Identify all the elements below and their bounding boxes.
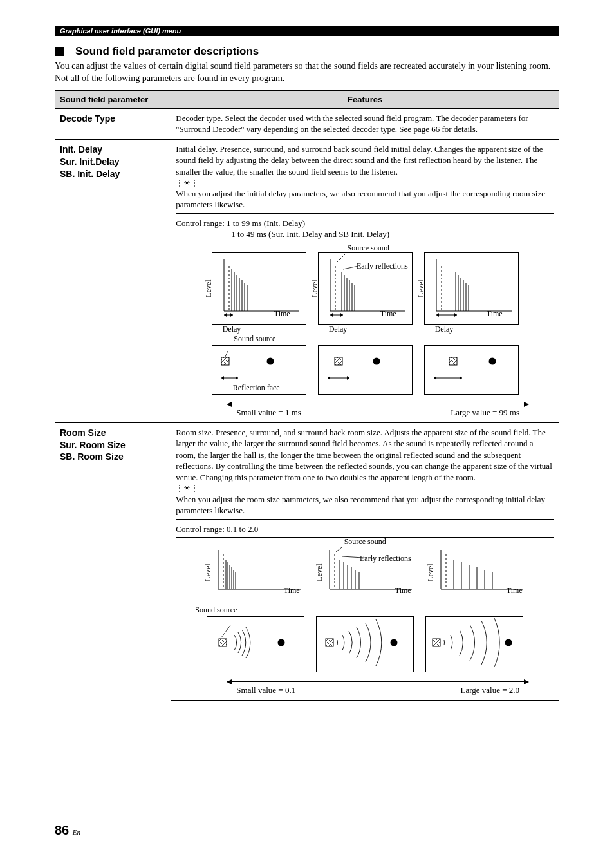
svg-rect-40 [221,357,229,365]
svg-point-93 [505,639,512,646]
source-sound-label: Source sound [348,243,389,253]
time-label: Time [395,585,411,596]
svg-marker-51 [347,376,349,380]
early-reflections-label: Early reflections [357,262,408,270]
room-size-name2: Sur. Room Size [60,439,165,451]
svg-point-54 [488,358,496,365]
init-delay-p1: Initial delay. Presence, surround, and s… [176,144,554,178]
page-number-value: 86 [55,823,69,837]
level-label: Level [203,279,214,297]
init-delay-graph-1: Level [212,252,306,325]
init-delay-name3: SB. Init. Delay [60,168,165,180]
delay-label: Delay [329,324,348,334]
svg-point-91 [391,639,398,646]
time-label: Time [507,585,523,596]
svg-point-88 [278,639,285,646]
time-label: Time [284,585,300,596]
reflection-face-label: Reflection face [233,382,280,393]
init-delay-p2: When you adjust the initial delay parame… [176,188,554,211]
hint-icon: ⋮☀⋮ [176,178,554,188]
svg-rect-92 [433,639,440,646]
room-size-p1: Room size. Presence, surround, and surro… [176,427,554,484]
svg-marker-26 [340,313,343,317]
level-label: Level [416,279,426,297]
svg-rect-47 [335,357,342,365]
svg-rect-53 [449,357,457,365]
intro-text: You can adjust the values of certain dig… [55,61,559,85]
svg-point-48 [373,358,380,365]
room-size-p2: When you adjust the room size parameters… [176,494,554,516]
row-roomsize-name: Room Size Sur. Room Size SB. Room Size [55,422,171,700]
parameter-table: Sound field parameter Features Decode Ty… [55,90,559,701]
small-value-label: Small value = 1 ms [236,407,301,419]
svg-marker-57 [460,376,462,380]
init-delay-icon-1: Reflection face [212,345,306,395]
svg-marker-37 [436,313,439,317]
init-delay-name2: Sur. Init.Delay [60,156,165,168]
init-delay-range2: 1 to 49 ms (Sur. Init. Delay and SB Init… [231,229,554,240]
init-delay-icons: Reflection face [176,345,554,395]
row-decode-name: Decode Type [55,108,171,139]
row-decode-feat: Decoder type. Select the decoder used wi… [171,108,559,139]
init-delay-graph-2: Level Source sound Early reflections [318,252,413,325]
room-size-graphs: Level Time Source sound [176,547,554,598]
row-initdelay-name: Init. Delay Sur. Init.Delay SB. Init. De… [55,139,171,422]
init-delay-name1: Init. Delay [60,144,165,156]
room-size-name3: SB. Room Size [60,451,165,463]
room-size-graph-2: Source sound Early reflections Level [315,547,415,598]
source-sound-label: Source sound [344,536,386,547]
room-size-icons [176,616,554,672]
init-delay-icon-3 [424,345,519,395]
room-size-range-arrow [221,681,535,682]
level-label: Level [425,564,436,581]
init-delay-graph-3: Level Time [424,252,519,325]
svg-marker-11 [224,313,227,317]
init-delay-icon-2 [318,345,413,395]
svg-marker-38 [454,313,457,317]
table-header-param: Sound field parameter [55,90,171,108]
room-size-graph-3: Level Time [427,547,526,598]
init-delay-range1: Control range: 1 to 99 ms (Init. Delay) [176,218,554,229]
svg-rect-90 [326,639,333,646]
sound-source-label: Sound source [234,334,554,344]
delay-label: Delay [223,324,241,334]
table-header-features: Features [171,90,559,108]
small-value-label: Small value = 0.1 [236,684,295,696]
header-bar: Graphical user interface (GUI) menu [55,26,559,36]
room-size-icon-3 [425,616,523,672]
level-label: Level [310,279,320,297]
svg-line-45 [225,351,228,357]
init-delay-range-arrow [221,404,535,404]
large-value-label: Large value = 2.0 [460,684,519,696]
room-size-icon-2 [316,616,414,672]
svg-marker-50 [328,376,330,380]
svg-line-16 [337,254,346,263]
svg-marker-25 [330,313,333,317]
room-size-name1: Room Size [60,427,165,439]
svg-marker-44 [236,376,238,380]
room-size-range: Control range: 0.1 to 2.0 [176,524,554,535]
level-label: Level [203,564,213,581]
level-label: Level [314,564,324,581]
svg-marker-56 [434,376,436,380]
section-title-text: Sound field parameter descriptions [75,45,259,58]
svg-marker-12 [230,313,233,317]
time-label: Time [274,308,290,319]
svg-marker-43 [221,376,224,380]
time-label: Time [487,308,503,319]
page-lang: En [73,828,80,836]
row-roomsize-feat: Room size. Presence, surround, and surro… [171,422,559,700]
svg-point-41 [266,358,274,365]
row-initdelay-feat: Initial delay. Presence, surround, and s… [171,139,559,422]
init-delay-graphs: Level [176,252,554,325]
svg-rect-87 [219,639,227,646]
early-reflections-label: Early reflections [360,554,411,563]
sound-source-label: Sound source [195,605,554,615]
section-title: Sound field parameter descriptions [55,45,559,58]
square-bullet-icon [55,47,64,56]
room-size-graph-1: Level Time [204,547,304,598]
room-size-icon-1 [207,616,304,672]
delay-label: Delay [435,324,454,334]
svg-line-70 [336,547,344,552]
large-value-label: Large value = 99 ms [451,407,519,419]
